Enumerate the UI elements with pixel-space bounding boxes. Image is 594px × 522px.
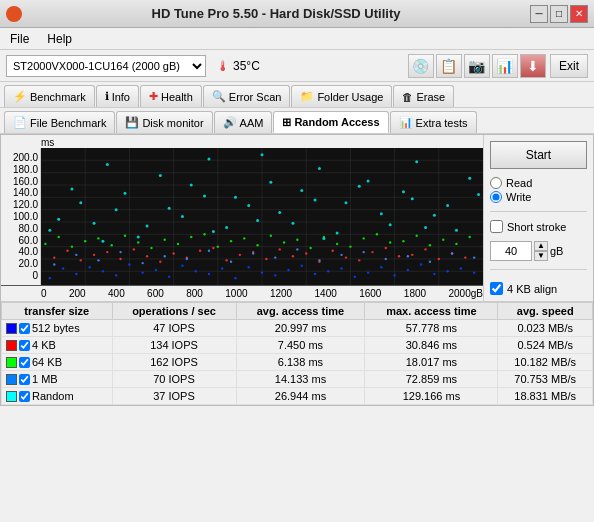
row-checkbox-1[interactable]	[19, 340, 30, 351]
tab-folder-usage-label: Folder Usage	[317, 91, 383, 103]
cell-ops-0: 47 IOPS	[112, 320, 236, 337]
thermometer-icon: 🌡	[216, 58, 230, 74]
maximize-button[interactable]: □	[550, 5, 568, 23]
folder-icon: 📁	[300, 90, 314, 103]
svg-point-21	[75, 273, 77, 275]
disk-icon-btn[interactable]: 💿	[408, 54, 434, 78]
svg-point-153	[411, 197, 414, 200]
chart-icon-btn[interactable]: 📊	[492, 54, 518, 78]
tab-random-access-label: Random Access	[294, 116, 379, 128]
svg-point-92	[150, 247, 152, 249]
cell-avg-3: 14.133 ms	[236, 371, 365, 388]
svg-point-74	[345, 256, 347, 258]
chart-section: ms 200.0 180.0 160.0 140.0 120.0 100.0 8…	[1, 135, 483, 301]
tab-benchmark-label: Benchmark	[30, 91, 86, 103]
svg-point-106	[336, 243, 338, 245]
tab-aam[interactable]: 🔊 AAM	[214, 111, 273, 133]
exit-button[interactable]: Exit	[550, 54, 588, 78]
svg-point-178	[407, 255, 409, 257]
gb-input[interactable]	[490, 241, 532, 261]
menu-help[interactable]: Help	[43, 32, 76, 46]
radio-group: Read Write	[490, 177, 587, 203]
tab-health[interactable]: ✚ Health	[140, 85, 202, 107]
read-radio[interactable]	[490, 177, 502, 189]
svg-point-107	[349, 245, 351, 247]
download-icon-btn[interactable]: ⬇	[520, 54, 546, 78]
cell-ops-4: 37 IOPS	[112, 388, 236, 405]
write-radio-label[interactable]: Write	[490, 191, 587, 203]
x-label-0: 0	[41, 288, 47, 299]
tab-file-benchmark[interactable]: 📄 File Benchmark	[4, 111, 115, 133]
drive-select[interactable]: ST2000VX000-1CU164 (2000 gB)	[6, 55, 206, 77]
write-radio[interactable]	[490, 191, 502, 203]
svg-point-139	[101, 240, 104, 243]
title-bar: HD Tune Pro 5.50 - Hard Disk/SSD Utility…	[0, 0, 594, 28]
minimize-button[interactable]: ─	[530, 5, 548, 23]
tab-row-1: ⚡ Benchmark ℹ Info ✚ Health 🔍 Error Scan…	[0, 82, 594, 108]
tab-erase[interactable]: 🗑 Erase	[393, 85, 454, 107]
table-row: 512 bytes 47 IOPS 20.997 ms 57.778 ms 0.…	[2, 320, 593, 337]
row-checkbox-0[interactable]	[19, 323, 30, 334]
tab-extra-tests-label: Extra tests	[416, 117, 468, 129]
tab-info[interactable]: ℹ Info	[96, 85, 139, 107]
info-icon-btn[interactable]: 📋	[436, 54, 462, 78]
camera-icon-btn[interactable]: 📷	[464, 54, 490, 78]
svg-point-100	[256, 244, 258, 246]
tab-health-label: Health	[161, 91, 193, 103]
align-4kb-checkbox[interactable]	[490, 282, 503, 295]
cell-ops-1: 134 IOPS	[112, 337, 236, 354]
svg-point-31	[208, 273, 210, 275]
svg-point-24	[115, 274, 117, 276]
svg-point-42	[354, 276, 356, 278]
erase-icon: 🗑	[402, 91, 413, 103]
tab-random-access[interactable]: ⊞ Random Access	[273, 111, 388, 133]
svg-point-176	[362, 251, 364, 253]
info-icon: ℹ	[105, 90, 109, 103]
window-controls: ─ □ ✕	[530, 5, 588, 23]
menu-file[interactable]: File	[6, 32, 33, 46]
svg-point-29	[181, 265, 183, 267]
tab-disk-monitor[interactable]: 💾 Disk monitor	[116, 111, 212, 133]
svg-point-104	[309, 247, 311, 249]
start-button[interactable]: Start	[490, 141, 587, 169]
tab-error-scan[interactable]: 🔍 Error Scan	[203, 85, 291, 107]
app-icon	[6, 6, 22, 22]
y-axis-unit: ms	[1, 135, 483, 148]
svg-point-96	[203, 233, 205, 235]
svg-point-117	[48, 229, 51, 232]
svg-point-48	[433, 273, 435, 275]
short-stroke-checkbox[interactable]	[490, 220, 503, 233]
short-stroke-text: Short stroke	[507, 221, 566, 233]
tab-folder-usage[interactable]: 📁 Folder Usage	[291, 85, 392, 107]
svg-point-37	[287, 269, 289, 271]
svg-point-126	[247, 204, 250, 207]
short-stroke-label[interactable]: Short stroke	[490, 220, 587, 233]
align-4kb-label[interactable]: 4 KB align	[490, 282, 587, 295]
row-checkbox-3[interactable]	[19, 374, 30, 385]
svg-point-91	[137, 241, 139, 243]
y-label-180: 180.0	[13, 164, 38, 175]
align-4kb-text: 4 KB align	[507, 283, 557, 295]
tab-extra-tests[interactable]: 📊 Extra tests	[390, 111, 477, 133]
spin-up-button[interactable]: ▲	[534, 241, 548, 251]
svg-point-95	[190, 236, 192, 238]
cell-ops-3: 70 IOPS	[112, 371, 236, 388]
tab-benchmark[interactable]: ⚡ Benchmark	[4, 85, 95, 107]
svg-point-128	[291, 222, 294, 225]
row-checkbox-4[interactable]	[19, 391, 30, 402]
y-label-40: 40.0	[19, 246, 38, 257]
svg-point-57	[119, 258, 121, 260]
svg-point-156	[477, 193, 480, 196]
svg-point-58	[133, 248, 135, 250]
svg-point-44	[380, 266, 382, 268]
svg-point-164	[97, 259, 99, 261]
svg-point-113	[429, 244, 431, 246]
x-label-1600: 1600	[359, 288, 381, 299]
cell-max-2: 18.017 ms	[365, 354, 498, 371]
read-radio-label[interactable]: Read	[490, 177, 587, 189]
svg-point-109	[376, 233, 378, 235]
row-checkbox-2[interactable]	[19, 357, 30, 368]
svg-point-84	[44, 243, 46, 245]
spin-down-button[interactable]: ▼	[534, 251, 548, 261]
close-button[interactable]: ✕	[570, 5, 588, 23]
